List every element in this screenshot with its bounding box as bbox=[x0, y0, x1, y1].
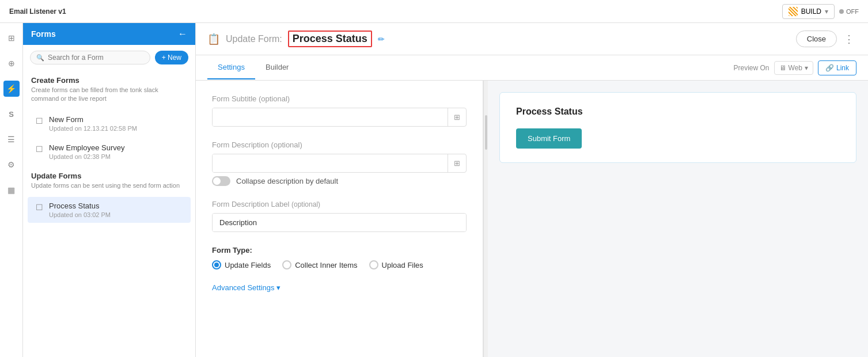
translate-icon[interactable]: ⊞ bbox=[448, 108, 466, 126]
advanced-settings-link[interactable]: Advanced Settings ▾ bbox=[212, 283, 467, 292]
off-badge: OFF bbox=[839, 8, 859, 15]
update-forms-section-desc: Update forms can be sent using the send … bbox=[23, 181, 195, 196]
search-input[interactable] bbox=[48, 54, 144, 62]
preview-controls: Preview On 🖥 Web ▾ 🔗 Link bbox=[733, 60, 856, 75]
tabs: Settings Builder bbox=[207, 56, 299, 79]
form-item-date: Updated on 03:02 PM bbox=[49, 211, 183, 218]
form-item-icon: ☐ bbox=[36, 116, 43, 126]
desc-label-input[interactable] bbox=[213, 214, 466, 231]
create-forms-section-desc: Create forms can be filled from the tonk… bbox=[23, 86, 195, 109]
form-item-icon: ☐ bbox=[36, 145, 43, 154]
scrollbar-thumb bbox=[485, 115, 487, 150]
sidebar-search-area: 🔍 + New bbox=[23, 45, 195, 70]
form-type-options: Update Fields Collect Inner Items Upload… bbox=[212, 260, 467, 269]
off-dot bbox=[839, 9, 844, 14]
radio-label-collect-inner: Collect Inner Items bbox=[295, 261, 357, 269]
collapse-label: Collapse description by default bbox=[236, 177, 338, 185]
form-item-name: New Employee Survey bbox=[49, 143, 183, 152]
edit-icon[interactable]: ✏ bbox=[378, 35, 385, 44]
tabs-bar: Settings Builder Preview On 🖥 Web ▾ 🔗 Li… bbox=[196, 55, 868, 81]
sidebar-title: Forms bbox=[31, 29, 56, 39]
form-item-date: Updated on 12.13.21 02:58 PM bbox=[49, 125, 183, 132]
form-type-label: Form Type: bbox=[212, 246, 467, 255]
build-button[interactable]: BUILD ▾ bbox=[782, 4, 835, 19]
subtitle-input[interactable] bbox=[213, 108, 448, 126]
advanced-settings-label: Advanced Settings bbox=[212, 283, 274, 292]
chevron-down-icon-advanced: ▾ bbox=[276, 283, 281, 292]
rail-grid-icon[interactable]: ▦ bbox=[3, 182, 20, 198]
scrollbar[interactable] bbox=[483, 81, 488, 357]
build-label: BUILD bbox=[801, 7, 821, 16]
radio-upload-files[interactable]: Upload Files bbox=[369, 260, 423, 269]
form-item-date: Updated on 02:38 PM bbox=[49, 153, 183, 160]
list-item[interactable]: ☐ New Employee Survey Updated on 02:38 P… bbox=[28, 139, 191, 165]
new-button[interactable]: + New bbox=[155, 51, 188, 64]
radio-update-fields[interactable]: Update Fields bbox=[212, 260, 271, 269]
sidebar-header: Forms ← bbox=[23, 23, 195, 45]
link-icon: 🔗 bbox=[825, 64, 834, 72]
main-layout: ⊞ ⊕ ⚡ S ☰ ⚙ ▦ Forms ← 🔍 + New Create For… bbox=[0, 23, 868, 357]
chevron-down-icon: ▾ bbox=[825, 7, 828, 16]
description-label: Form Description (optional) bbox=[212, 140, 467, 149]
preview-on-label: Preview On bbox=[733, 64, 769, 72]
radio-label-update-fields: Update Fields bbox=[225, 261, 271, 269]
sidebar: Forms ← 🔍 + New Create Forms Create form… bbox=[23, 23, 196, 357]
update-forms-section-title: Update Forms bbox=[23, 166, 195, 181]
preview-panel: Process Status Submit Form bbox=[488, 81, 868, 357]
submit-form-button[interactable]: Submit Form bbox=[516, 128, 582, 149]
create-forms-section-title: Create Forms bbox=[23, 70, 195, 86]
rail-doc-icon[interactable]: ☰ bbox=[3, 131, 20, 147]
search-icon: 🔍 bbox=[36, 54, 44, 62]
collapse-toggle[interactable] bbox=[212, 176, 230, 186]
rail-person-icon[interactable]: ⚙ bbox=[3, 157, 20, 173]
build-icon bbox=[789, 7, 798, 16]
topbar: Email Listener v1 BUILD ▾ OFF bbox=[0, 0, 868, 23]
link-button[interactable]: 🔗 Link bbox=[818, 60, 856, 75]
page-title: Process Status bbox=[288, 31, 372, 47]
form-item-info: New Employee Survey Updated on 02:38 PM bbox=[49, 143, 183, 160]
link-label: Link bbox=[836, 64, 849, 72]
app-title: Email Listener v1 bbox=[9, 7, 66, 16]
radio-collect-inner[interactable]: Collect Inner Items bbox=[282, 260, 357, 269]
tab-settings[interactable]: Settings bbox=[207, 56, 255, 79]
rail-s-icon[interactable]: S bbox=[3, 106, 20, 122]
chevron-down-icon: ▾ bbox=[805, 64, 808, 72]
radio-label-upload-files: Upload Files bbox=[382, 261, 423, 269]
list-item[interactable]: ☐ New Form Updated on 12.13.21 02:58 PM bbox=[28, 111, 191, 136]
desc-label-field-group: Form Description Label (optional) bbox=[212, 200, 467, 232]
icon-rail: ⊞ ⊕ ⚡ S ☰ ⚙ ▦ bbox=[0, 23, 23, 357]
content-area: 📋 Update Form: Process Status ✏ Close ⋮ … bbox=[196, 23, 868, 357]
tab-builder[interactable]: Builder bbox=[255, 56, 299, 79]
rail-bolt-icon[interactable]: ⚡ bbox=[3, 81, 20, 97]
preview-select[interactable]: 🖥 Web ▾ bbox=[774, 61, 813, 75]
content-body: Form Subtitle (optional) ⊞ Form Descript… bbox=[196, 81, 868, 357]
subtitle-field-group: Form Subtitle (optional) ⊞ bbox=[212, 94, 467, 127]
more-options-icon[interactable]: ⋮ bbox=[842, 31, 856, 48]
subtitle-input-wrap: ⊞ bbox=[212, 108, 467, 127]
search-box: 🔍 bbox=[30, 51, 150, 64]
subtitle-label: Form Subtitle (optional) bbox=[212, 94, 467, 103]
rail-layers-icon[interactable]: ⊞ bbox=[3, 30, 20, 46]
content-title-area: 📋 Update Form: Process Status ✏ bbox=[207, 31, 385, 47]
monitor-icon: 🖥 bbox=[779, 64, 786, 72]
desc-label-label: Form Description Label (optional) bbox=[212, 200, 467, 208]
list-item[interactable]: ☐ Process Status Updated on 03:02 PM bbox=[28, 197, 191, 223]
rail-add-icon[interactable]: ⊕ bbox=[3, 55, 20, 71]
description-input[interactable] bbox=[213, 154, 448, 172]
form-item-name: Process Status bbox=[49, 202, 183, 210]
form-item-info: New Form Updated on 12.13.21 02:58 PM bbox=[49, 115, 183, 132]
title-prefix: Update Form: bbox=[226, 34, 282, 44]
topbar-right: BUILD ▾ OFF bbox=[782, 4, 859, 19]
radio-circle-upload-files bbox=[369, 260, 378, 269]
sidebar-close-icon[interactable]: ← bbox=[178, 29, 187, 39]
description-input-wrap: ⊞ bbox=[212, 154, 467, 173]
off-label: OFF bbox=[846, 8, 859, 15]
content-header: 📋 Update Form: Process Status ✏ Close ⋮ bbox=[196, 23, 868, 55]
description-field-group: Form Description (optional) ⊞ Collapse d… bbox=[212, 140, 467, 186]
close-button[interactable]: Close bbox=[796, 31, 837, 47]
desc-label-input-wrap bbox=[212, 213, 467, 232]
form-item-name: New Form bbox=[49, 115, 183, 124]
translate-icon-2[interactable]: ⊞ bbox=[448, 154, 466, 172]
form-item-info: Process Status Updated on 03:02 PM bbox=[49, 202, 183, 218]
settings-panel: Form Subtitle (optional) ⊞ Form Descript… bbox=[196, 81, 483, 357]
